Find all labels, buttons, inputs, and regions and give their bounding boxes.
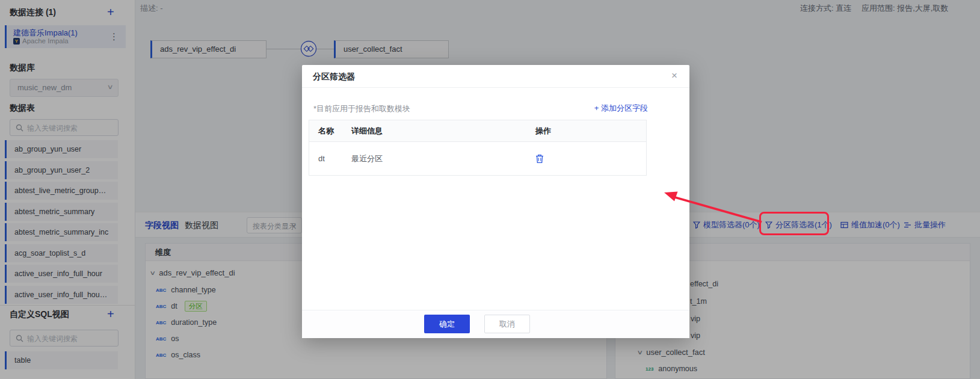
partition-name-cell: dt (309, 142, 351, 175)
partition-detail-cell: 最近分区 (351, 142, 535, 175)
partition-table-header: 名称 详细信息 操作 (309, 120, 646, 142)
cancel-button[interactable]: 取消 (484, 315, 530, 333)
column-header-detail: 详细信息 (351, 120, 535, 141)
delete-icon[interactable] (535, 154, 544, 164)
partition-table: 名称 详细信息 操作 dt 最近分区 (309, 120, 647, 176)
dialog-note: *目前应用于报告和取数模块 (313, 103, 410, 114)
table-row: dt 最近分区 (309, 142, 646, 175)
app-root: 数据连接 (1) + 建德音乐Impala(1) Y Apache Impala… (0, 0, 980, 379)
add-partition-field-link[interactable]: + 添加分区字段 (594, 103, 648, 114)
column-header-name: 名称 (309, 120, 351, 141)
dialog-footer: 确定 取消 (302, 310, 689, 338)
dialog-header: 分区筛选器 × (302, 65, 689, 88)
dialog-title: 分区筛选器 (313, 65, 355, 88)
column-header-action: 操作 (535, 120, 646, 141)
close-icon[interactable]: × (671, 65, 677, 87)
confirm-button[interactable]: 确定 (424, 315, 470, 333)
partition-filter-dialog: 分区筛选器 × *目前应用于报告和取数模块 + 添加分区字段 名称 详细信息 操… (302, 65, 689, 338)
